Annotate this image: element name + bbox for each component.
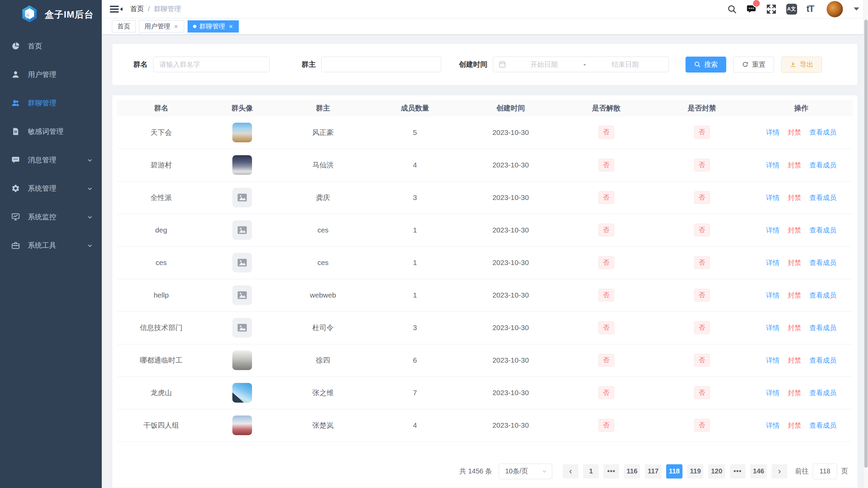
sidebar-item[interactable]: 系统监控 [0,203,102,231]
app-title: 盒子IM后台 [45,8,94,21]
cell-owner: 杜司令 [279,311,367,344]
scrollbar-track[interactable] [863,0,868,488]
view-members-link[interactable]: 查看成员 [809,291,836,299]
sidebar-item[interactable]: 敏感词管理 [0,117,102,146]
ban-link[interactable]: 封禁 [788,161,801,169]
sidebar-item[interactable]: 消息管理 [0,146,102,174]
pager-item[interactable]: 116 [624,464,640,479]
view-members-link[interactable]: 查看成员 [809,259,836,266]
detail-link[interactable]: 详情 [766,194,779,201]
cell-banned: 否 [654,377,750,409]
view-members-link[interactable]: 查看成员 [809,422,836,429]
pager-item[interactable]: 117 [645,464,661,479]
detail-link[interactable]: 详情 [766,161,779,169]
group-avatar [232,155,252,175]
text-size-icon[interactable]: tT [807,4,814,14]
refresh-icon [742,61,749,68]
cell-dissolved: 否 [558,377,654,409]
view-members-link[interactable]: 查看成员 [809,161,836,169]
sidebar-item[interactable]: 系统工具 [0,231,102,260]
messages-icon[interactable] [746,4,756,14]
goto-page-input[interactable] [813,464,837,479]
pager-item[interactable]: 120 [708,464,725,479]
ban-link[interactable]: 封禁 [788,357,801,364]
cell-group-name: 碧游村 [117,149,205,181]
user-menu-caret-icon[interactable] [854,7,859,11]
detail-link[interactable]: 详情 [766,324,779,331]
sidebar-item[interactable]: 群聊管理 [0,89,102,117]
cell-created-time: 2023-10-30 [463,311,558,344]
dissolved-badge: 否 [598,321,614,334]
ban-link[interactable]: 封禁 [788,128,801,136]
pager-item[interactable]: 1 [583,464,599,479]
sidebar-item[interactable]: 首页 [0,32,102,60]
close-icon[interactable]: × [173,23,179,30]
dissolved-badge: 否 [598,191,614,204]
ban-link[interactable]: 封禁 [788,226,801,234]
avatar[interactable] [827,1,843,17]
detail-link[interactable]: 详情 [766,226,779,234]
sidebar-menu: 首页 用户管理 群聊管理 敏感词管理 消息管理 [0,32,102,260]
search-button[interactable]: 搜索 [686,57,726,73]
ban-link[interactable]: 封禁 [788,291,801,299]
cell-created-time: 2023-10-30 [463,246,558,279]
close-icon[interactable]: × [228,23,234,30]
pager-item[interactable]: › [772,464,787,479]
group-avatar [232,220,252,240]
pager-item[interactable]: 118 [666,464,682,479]
reset-button[interactable]: 重置 [733,57,774,73]
pager-item[interactable]: ‹ [563,464,578,479]
cell-group-name: hellp [117,279,205,311]
table-row: 哪都通临时工 徐四 [117,344,853,377]
view-members-link[interactable]: 查看成员 [809,389,836,396]
page-size-select[interactable]: 10条/页 [499,464,552,479]
search-icon[interactable] [727,4,737,14]
dissolved-badge: 否 [598,256,614,269]
page-tab[interactable]: 用户管理 × [139,20,184,33]
pager-item[interactable]: ••• [603,464,619,479]
pager-item[interactable]: 119 [687,464,703,479]
pager-item[interactable]: 146 [750,464,767,479]
cell-owner: webweb [279,279,367,311]
view-members-link[interactable]: 查看成员 [809,357,836,364]
ban-link[interactable]: 封禁 [788,324,801,331]
language-icon[interactable]: A文 [786,4,797,15]
group-name-input[interactable] [153,57,270,72]
sidebar-item[interactable]: 系统管理 [0,174,102,203]
owner-input[interactable] [321,57,441,72]
cell-member-count: 5 [367,116,463,149]
created-time-label: 创建时间 [459,60,487,69]
app-logo[interactable]: 盒子IM后台 [0,0,102,29]
date-range-picker[interactable]: 开始日期 - 结束日期 [493,57,669,72]
view-members-link[interactable]: 查看成员 [809,194,836,201]
detail-link[interactable]: 详情 [766,128,779,136]
detail-link[interactable]: 详情 [766,357,779,364]
sidebar-item[interactable]: 用户管理 [0,60,102,89]
page-tab[interactable]: 群聊管理 × [188,20,239,33]
cell-group-name: deg [117,214,205,246]
breadcrumb-home[interactable]: 首页 [130,4,144,14]
detail-link[interactable]: 详情 [766,259,779,266]
sidebar-collapse-icon[interactable] [110,4,123,14]
group-avatar [232,285,252,305]
detail-link[interactable]: 详情 [766,291,779,299]
view-members-link[interactable]: 查看成员 [809,226,836,234]
detail-link[interactable]: 详情 [766,389,779,396]
export-button[interactable]: 导出 [781,57,822,73]
ban-link[interactable]: 封禁 [788,422,801,429]
view-members-link[interactable]: 查看成员 [809,128,836,136]
ban-link[interactable]: 封禁 [788,389,801,396]
fullscreen-icon[interactable] [766,4,777,15]
cell-member-count: 1 [367,279,463,311]
main-area: 首页 / 群聊管理 A文 tT [102,0,868,488]
scrollbar-thumb[interactable] [864,20,868,468]
ban-link[interactable]: 封禁 [788,194,801,201]
group-table-panel: 群名群头像群主成员数量创建时间是否解散是否封禁操作 天下会 [112,95,858,488]
detail-link[interactable]: 详情 [766,422,779,429]
pager-item[interactable]: ••• [730,464,746,479]
view-members-link[interactable]: 查看成员 [809,324,836,331]
ban-link[interactable]: 封禁 [788,259,801,266]
cell-member-count: 6 [367,344,463,377]
table-row: 全性派 龚庆 [117,181,853,214]
page-tab[interactable]: 首页 [112,20,136,33]
